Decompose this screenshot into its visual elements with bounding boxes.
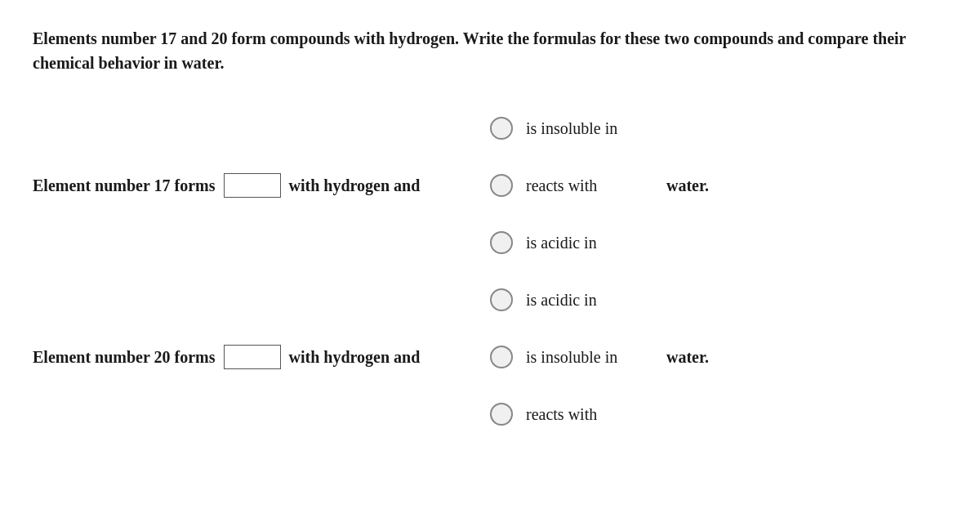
element20-label: Element number 20 forms — [33, 348, 216, 367]
question-text: Elements number 17 and 20 form compounds… — [33, 26, 931, 75]
element20-option1-label: is acidic in — [526, 291, 657, 310]
element17-option1-label: is insoluble in — [526, 119, 657, 138]
element20-radio1[interactable] — [490, 288, 513, 311]
element17-option2-row: reacts with water. — [490, 157, 947, 214]
element20-group: Element number 20 forms with hydrogen an… — [33, 271, 947, 443]
element17-option3-row: is acidic in — [490, 214, 947, 271]
element20-radio3[interactable] — [490, 403, 513, 426]
element20-label-area: Element number 20 forms with hydrogen an… — [33, 345, 490, 369]
element17-water-label: water. — [666, 176, 709, 195]
element17-radio3[interactable] — [490, 231, 513, 254]
page-container: Elements number 17 and 20 form compounds… — [0, 0, 980, 531]
element17-radio1[interactable] — [490, 117, 513, 140]
element17-label: Element number 17 forms — [33, 176, 216, 195]
element17-group: Element number 17 forms with hydrogen an… — [33, 100, 947, 271]
element17-option3-label: is acidic in — [526, 234, 657, 252]
element20-option2-row: is insoluble in water. — [490, 328, 947, 386]
element20-suffix: with hydrogen and — [289, 348, 421, 367]
element20-water-label: water. — [666, 348, 709, 367]
element17-radio2[interactable] — [490, 174, 513, 197]
element20-input[interactable] — [224, 345, 281, 369]
element17-options: is insoluble in reacts with water. is ac… — [490, 100, 947, 271]
element20-option2-label: is insoluble in — [526, 348, 657, 367]
element20-option3-row: reacts with — [490, 386, 947, 443]
element20-options: is acidic in is insoluble in water. reac… — [490, 271, 947, 443]
compounds-area: Element number 17 forms with hydrogen an… — [33, 100, 947, 515]
element17-suffix: with hydrogen and — [289, 176, 421, 195]
element17-option2-label: reacts with — [526, 176, 657, 195]
element17-label-area: Element number 17 forms with hydrogen an… — [33, 173, 490, 198]
element17-option1-row: is insoluble in — [490, 100, 947, 157]
element20-option1-row: is acidic in — [490, 271, 947, 328]
element20-option3-label: reacts with — [526, 405, 657, 424]
element20-radio2[interactable] — [490, 346, 513, 368]
element17-input[interactable] — [224, 173, 281, 198]
